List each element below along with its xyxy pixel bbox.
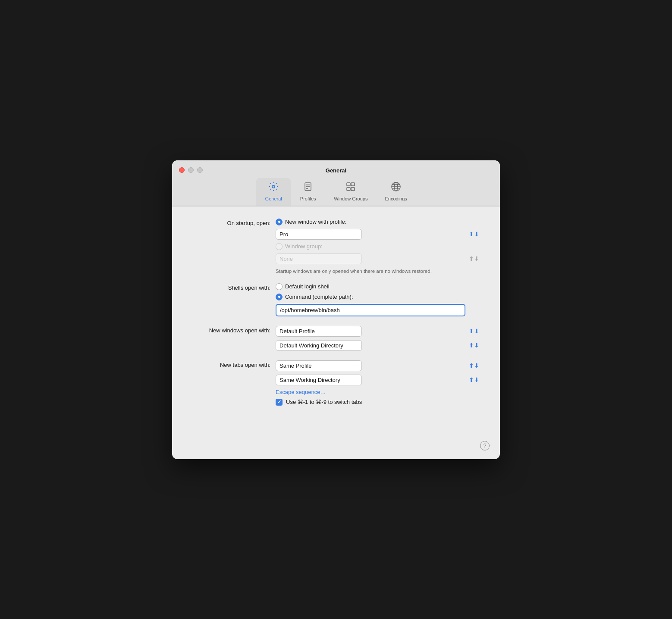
window-group-radio-row: Window group: <box>276 243 483 250</box>
tab-encodings-label: Encodings <box>385 196 407 201</box>
svg-rect-7 <box>347 188 350 191</box>
new-tabs-profile-wrapper: Same Profile ⬆⬇ <box>276 360 483 371</box>
bottom-bar: ? <box>172 432 500 459</box>
svg-rect-6 <box>351 183 355 186</box>
shells-row: Shells open with: Default login shell Co… <box>189 283 483 316</box>
default-login-shell-label: Default login shell <box>285 283 330 290</box>
startup-controls: New window with profile: Pro ⬆⬇ Window g… <box>276 219 483 274</box>
new-windows-profile-arrow: ⬆⬇ <box>469 328 479 335</box>
new-windows-profile-wrapper: Default Profile ⬆⬇ <box>276 326 483 337</box>
new-windows-dir-arrow: ⬆⬇ <box>469 342 479 349</box>
startup-label: On startup, open: <box>189 219 276 226</box>
window-group-radio[interactable] <box>276 243 283 250</box>
tab-profiles[interactable]: Profiles <box>291 178 325 206</box>
new-tabs-dir-select[interactable]: Same Working Directory <box>276 375 362 385</box>
command-path-radio[interactable] <box>276 294 283 300</box>
profiles-icon <box>303 181 313 194</box>
startup-row: On startup, open: New window with profil… <box>189 219 483 274</box>
profile-select-arrow: ⬆⬇ <box>469 231 479 238</box>
maximize-button[interactable] <box>197 167 203 173</box>
general-icon <box>268 181 279 194</box>
toolbar: General Profiles <box>181 178 491 206</box>
new-windows-controls: Default Profile ⬆⬇ Default Working Direc… <box>276 326 483 351</box>
cmd-switch-label: Use ⌘-1 to ⌘-9 to switch tabs <box>286 399 362 405</box>
new-windows-dir-wrapper: Default Working Directory ⬆⬇ <box>276 340 483 351</box>
help-button[interactable]: ? <box>480 441 490 450</box>
new-windows-label: New windows open with: <box>189 326 276 334</box>
default-login-shell-row: Default login shell <box>276 283 483 290</box>
tab-encodings[interactable]: Encodings <box>376 178 415 206</box>
svg-rect-8 <box>351 188 355 191</box>
new-tabs-dir-arrow: ⬆⬇ <box>469 376 479 383</box>
content-area: On startup, open: New window with profil… <box>172 206 500 432</box>
new-tabs-controls: Same Profile ⬆⬇ Same Working Directory ⬆… <box>276 360 483 406</box>
escape-sequence-link[interactable]: Escape sequence… <box>276 389 483 395</box>
shells-label: Shells open with: <box>189 283 276 291</box>
window-group-select[interactable]: None <box>276 253 362 264</box>
new-window-profile-radio-row: New window with profile: <box>276 219 483 225</box>
minimize-button[interactable] <box>188 167 194 173</box>
new-windows-profile-select[interactable]: Default Profile <box>276 326 362 337</box>
command-path-row: Command (complete path): <box>276 294 483 300</box>
svg-point-0 <box>272 185 275 188</box>
new-tabs-label: New tabs open with: <box>189 360 276 368</box>
window-title: General <box>181 167 491 178</box>
new-windows-row: New windows open with: Default Profile ⬆… <box>189 326 483 351</box>
title-bar: General General <box>172 160 500 206</box>
traffic-lights <box>179 167 203 173</box>
cmd-switch-checkbox[interactable] <box>276 399 283 406</box>
window-group-select-arrow: ⬆⬇ <box>469 255 479 262</box>
window-group-label: Window group: <box>285 243 323 250</box>
default-login-shell-radio[interactable] <box>276 283 283 290</box>
new-tabs-dir-wrapper: Same Working Directory ⬆⬇ <box>276 375 483 385</box>
window-groups-icon <box>345 181 356 194</box>
svg-rect-5 <box>347 183 350 186</box>
cmd-switch-row: Use ⌘-1 to ⌘-9 to switch tabs <box>276 399 483 406</box>
tab-window-groups-label: Window Groups <box>334 196 367 201</box>
startup-hint: Startup windows are only opened when the… <box>276 269 483 274</box>
tab-general[interactable]: General <box>256 178 291 206</box>
tab-window-groups[interactable]: Window Groups <box>325 178 376 206</box>
new-tabs-profile-arrow: ⬆⬇ <box>469 362 479 369</box>
tab-general-label: General <box>265 196 282 201</box>
close-button[interactable] <box>179 167 185 173</box>
command-path-input[interactable] <box>276 304 465 316</box>
new-window-profile-radio[interactable] <box>276 219 283 225</box>
preferences-window: General General <box>172 160 500 459</box>
new-windows-dir-select[interactable]: Default Working Directory <box>276 340 362 351</box>
new-window-profile-label: New window with profile: <box>285 219 346 225</box>
window-group-select-wrapper: None ⬆⬇ <box>276 253 483 264</box>
new-tabs-profile-select[interactable]: Same Profile <box>276 360 362 371</box>
profile-select-wrapper: Pro ⬆⬇ <box>276 229 483 240</box>
shells-controls: Default login shell Command (complete pa… <box>276 283 483 316</box>
command-path-label: Command (complete path): <box>285 294 353 300</box>
encodings-icon <box>391 181 401 194</box>
tab-profiles-label: Profiles <box>300 196 316 201</box>
new-tabs-row: New tabs open with: Same Profile ⬆⬇ Same… <box>189 360 483 406</box>
profile-select[interactable]: Pro <box>276 229 362 240</box>
